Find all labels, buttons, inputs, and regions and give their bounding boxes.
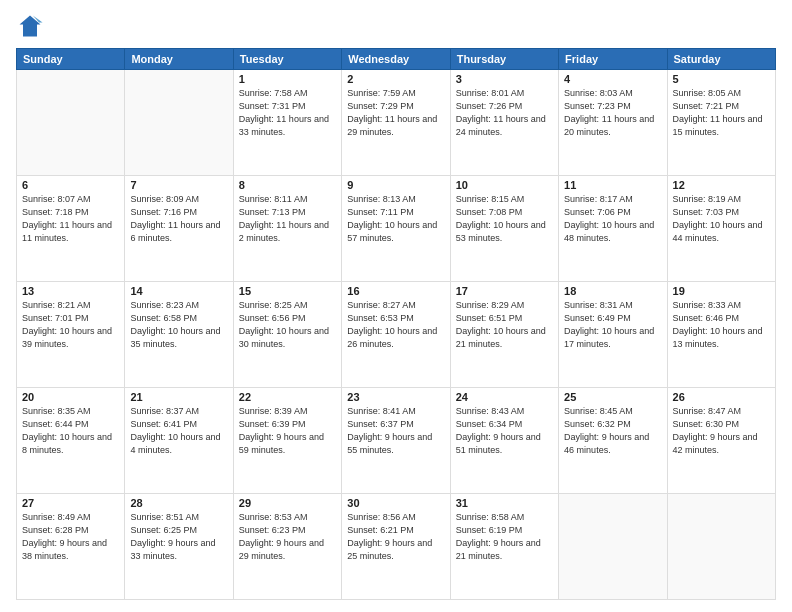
day-info: Sunrise: 8:35 AM Sunset: 6:44 PM Dayligh… [22,405,119,457]
day-info: Sunrise: 8:47 AM Sunset: 6:30 PM Dayligh… [673,405,770,457]
col-header-monday: Monday [125,49,233,70]
day-info: Sunrise: 7:59 AM Sunset: 7:29 PM Dayligh… [347,87,444,139]
calendar-header-row: SundayMondayTuesdayWednesdayThursdayFrid… [17,49,776,70]
calendar-cell: 7Sunrise: 8:09 AM Sunset: 7:16 PM Daylig… [125,176,233,282]
calendar-cell: 30Sunrise: 8:56 AM Sunset: 6:21 PM Dayli… [342,494,450,600]
day-info: Sunrise: 8:33 AM Sunset: 6:46 PM Dayligh… [673,299,770,351]
day-info: Sunrise: 8:41 AM Sunset: 6:37 PM Dayligh… [347,405,444,457]
header [16,12,776,40]
day-number: 12 [673,179,770,191]
day-info: Sunrise: 8:39 AM Sunset: 6:39 PM Dayligh… [239,405,336,457]
col-header-tuesday: Tuesday [233,49,341,70]
day-number: 9 [347,179,444,191]
calendar-cell: 21Sunrise: 8:37 AM Sunset: 6:41 PM Dayli… [125,388,233,494]
day-info: Sunrise: 8:56 AM Sunset: 6:21 PM Dayligh… [347,511,444,563]
col-header-friday: Friday [559,49,667,70]
day-number: 15 [239,285,336,297]
day-info: Sunrise: 8:11 AM Sunset: 7:13 PM Dayligh… [239,193,336,245]
day-info: Sunrise: 8:45 AM Sunset: 6:32 PM Dayligh… [564,405,661,457]
col-header-sunday: Sunday [17,49,125,70]
calendar-cell: 20Sunrise: 8:35 AM Sunset: 6:44 PM Dayli… [17,388,125,494]
day-info: Sunrise: 8:01 AM Sunset: 7:26 PM Dayligh… [456,87,553,139]
calendar-cell: 5Sunrise: 8:05 AM Sunset: 7:21 PM Daylig… [667,70,775,176]
calendar-cell: 4Sunrise: 8:03 AM Sunset: 7:23 PM Daylig… [559,70,667,176]
day-info: Sunrise: 8:29 AM Sunset: 6:51 PM Dayligh… [456,299,553,351]
day-info: Sunrise: 8:07 AM Sunset: 7:18 PM Dayligh… [22,193,119,245]
day-info: Sunrise: 8:37 AM Sunset: 6:41 PM Dayligh… [130,405,227,457]
day-info: Sunrise: 8:27 AM Sunset: 6:53 PM Dayligh… [347,299,444,351]
day-info: Sunrise: 8:43 AM Sunset: 6:34 PM Dayligh… [456,405,553,457]
day-number: 17 [456,285,553,297]
calendar-cell: 31Sunrise: 8:58 AM Sunset: 6:19 PM Dayli… [450,494,558,600]
day-number: 4 [564,73,661,85]
day-info: Sunrise: 8:03 AM Sunset: 7:23 PM Dayligh… [564,87,661,139]
day-info: Sunrise: 8:15 AM Sunset: 7:08 PM Dayligh… [456,193,553,245]
day-info: Sunrise: 8:21 AM Sunset: 7:01 PM Dayligh… [22,299,119,351]
day-number: 18 [564,285,661,297]
calendar-cell: 25Sunrise: 8:45 AM Sunset: 6:32 PM Dayli… [559,388,667,494]
day-info: Sunrise: 8:09 AM Sunset: 7:16 PM Dayligh… [130,193,227,245]
page: SundayMondayTuesdayWednesdayThursdayFrid… [0,0,792,612]
day-number: 23 [347,391,444,403]
calendar-cell: 27Sunrise: 8:49 AM Sunset: 6:28 PM Dayli… [17,494,125,600]
logo [16,12,48,40]
day-number: 13 [22,285,119,297]
day-number: 20 [22,391,119,403]
calendar-cell: 1Sunrise: 7:58 AM Sunset: 7:31 PM Daylig… [233,70,341,176]
calendar-cell: 6Sunrise: 8:07 AM Sunset: 7:18 PM Daylig… [17,176,125,282]
day-info: Sunrise: 8:51 AM Sunset: 6:25 PM Dayligh… [130,511,227,563]
calendar-cell: 2Sunrise: 7:59 AM Sunset: 7:29 PM Daylig… [342,70,450,176]
col-header-wednesday: Wednesday [342,49,450,70]
calendar-cell: 9Sunrise: 8:13 AM Sunset: 7:11 PM Daylig… [342,176,450,282]
calendar-cell [125,70,233,176]
day-info: Sunrise: 8:19 AM Sunset: 7:03 PM Dayligh… [673,193,770,245]
calendar-cell: 14Sunrise: 8:23 AM Sunset: 6:58 PM Dayli… [125,282,233,388]
day-number: 27 [22,497,119,509]
calendar-cell: 8Sunrise: 8:11 AM Sunset: 7:13 PM Daylig… [233,176,341,282]
day-info: Sunrise: 8:31 AM Sunset: 6:49 PM Dayligh… [564,299,661,351]
calendar-cell: 28Sunrise: 8:51 AM Sunset: 6:25 PM Dayli… [125,494,233,600]
calendar-table: SundayMondayTuesdayWednesdayThursdayFrid… [16,48,776,600]
day-number: 30 [347,497,444,509]
day-number: 6 [22,179,119,191]
calendar-cell: 12Sunrise: 8:19 AM Sunset: 7:03 PM Dayli… [667,176,775,282]
calendar-cell: 15Sunrise: 8:25 AM Sunset: 6:56 PM Dayli… [233,282,341,388]
day-number: 7 [130,179,227,191]
calendar-cell: 11Sunrise: 8:17 AM Sunset: 7:06 PM Dayli… [559,176,667,282]
calendar-cell: 26Sunrise: 8:47 AM Sunset: 6:30 PM Dayli… [667,388,775,494]
day-info: Sunrise: 8:23 AM Sunset: 6:58 PM Dayligh… [130,299,227,351]
day-number: 31 [456,497,553,509]
calendar-cell: 22Sunrise: 8:39 AM Sunset: 6:39 PM Dayli… [233,388,341,494]
day-number: 8 [239,179,336,191]
col-header-thursday: Thursday [450,49,558,70]
calendar-cell: 23Sunrise: 8:41 AM Sunset: 6:37 PM Dayli… [342,388,450,494]
day-info: Sunrise: 8:17 AM Sunset: 7:06 PM Dayligh… [564,193,661,245]
day-number: 28 [130,497,227,509]
calendar-cell: 13Sunrise: 8:21 AM Sunset: 7:01 PM Dayli… [17,282,125,388]
day-number: 11 [564,179,661,191]
day-info: Sunrise: 8:49 AM Sunset: 6:28 PM Dayligh… [22,511,119,563]
col-header-saturday: Saturday [667,49,775,70]
day-number: 26 [673,391,770,403]
calendar-cell: 24Sunrise: 8:43 AM Sunset: 6:34 PM Dayli… [450,388,558,494]
week-row-1: 1Sunrise: 7:58 AM Sunset: 7:31 PM Daylig… [17,70,776,176]
svg-marker-0 [20,16,41,37]
week-row-4: 20Sunrise: 8:35 AM Sunset: 6:44 PM Dayli… [17,388,776,494]
day-info: Sunrise: 8:05 AM Sunset: 7:21 PM Dayligh… [673,87,770,139]
day-number: 1 [239,73,336,85]
day-number: 19 [673,285,770,297]
calendar-cell [667,494,775,600]
day-number: 29 [239,497,336,509]
day-info: Sunrise: 7:58 AM Sunset: 7:31 PM Dayligh… [239,87,336,139]
calendar-cell: 29Sunrise: 8:53 AM Sunset: 6:23 PM Dayli… [233,494,341,600]
day-number: 16 [347,285,444,297]
calendar-cell: 19Sunrise: 8:33 AM Sunset: 6:46 PM Dayli… [667,282,775,388]
day-info: Sunrise: 8:58 AM Sunset: 6:19 PM Dayligh… [456,511,553,563]
calendar-cell: 10Sunrise: 8:15 AM Sunset: 7:08 PM Dayli… [450,176,558,282]
day-info: Sunrise: 8:13 AM Sunset: 7:11 PM Dayligh… [347,193,444,245]
day-number: 21 [130,391,227,403]
calendar-cell [17,70,125,176]
day-number: 2 [347,73,444,85]
calendar-cell [559,494,667,600]
day-number: 3 [456,73,553,85]
